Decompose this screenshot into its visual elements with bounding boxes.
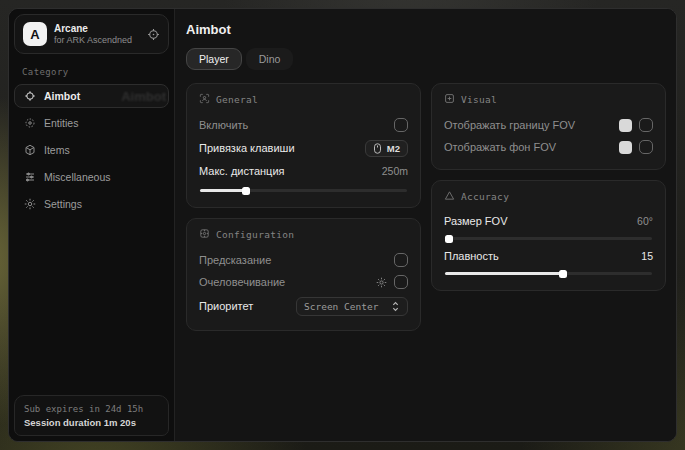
sidebar-item-aimbot[interactable]: Aimbot Aimbot xyxy=(14,84,169,108)
chevrons-up-down-icon xyxy=(391,301,400,312)
general-card-header: General xyxy=(199,93,408,106)
distance-label: Макс. дистанция xyxy=(199,165,285,177)
visual-card-title: Visual xyxy=(461,94,497,105)
configuration-card: Configuration Предсказание Очеловечивани… xyxy=(186,218,421,331)
configuration-card-title: Configuration xyxy=(216,229,294,240)
distance-slider-fill xyxy=(200,189,246,192)
target-icon xyxy=(24,117,36,129)
sidebar-nav: Aimbot Aimbot Entities Items Miscellane xyxy=(14,84,169,216)
visual-card-header: Visual xyxy=(444,93,653,106)
sidebar-item-label: Miscellaneous xyxy=(44,171,111,183)
tab-dino[interactable]: Dino xyxy=(246,48,294,70)
triangle-icon xyxy=(444,190,455,203)
fov-size-row: Размер FOV 60° xyxy=(444,211,653,230)
fov-size-label: Размер FOV xyxy=(444,215,507,227)
priority-dropdown[interactable]: Screen Center xyxy=(296,297,408,316)
humanization-settings-gear-icon[interactable] xyxy=(376,277,387,288)
sidebar-item-entities[interactable]: Entities xyxy=(14,111,169,135)
keybind-row: Привязка клавиши M2 xyxy=(199,136,408,160)
general-card: General Включить Привязка клавиши M2 xyxy=(186,83,421,208)
prediction-label: Предсказание xyxy=(199,254,271,266)
distance-value: 250m xyxy=(382,165,408,177)
accuracy-card-title: Accuracy xyxy=(461,191,509,202)
humanization-checkbox[interactable] xyxy=(394,275,408,289)
tab-player[interactable]: Player xyxy=(186,48,242,70)
sidebar-item-items[interactable]: Items xyxy=(14,138,169,162)
config-box-icon xyxy=(199,228,210,241)
smoothness-row: Плавность 15 xyxy=(444,246,653,265)
sidebar: A Arcane for ARK Ascendned Category Aimb… xyxy=(9,9,175,441)
aimbot-ghost-watermark: Aimbot xyxy=(121,89,166,104)
prediction-checkbox[interactable] xyxy=(394,253,408,267)
fov-border-label: Отображать границу FOV xyxy=(444,119,575,131)
sub-expiry-text: Sub expires in 24d 15h xyxy=(24,403,159,416)
left-column: General Включить Привязка клавиши M2 xyxy=(186,83,421,331)
accuracy-card-header: Accuracy xyxy=(444,190,653,203)
fov-bg-label: Отображать фон FOV xyxy=(444,141,556,153)
fov-size-slider-fill xyxy=(445,237,449,240)
sliders-icon xyxy=(24,171,36,183)
fov-border-row: Отображать границу FOV xyxy=(444,114,653,136)
sidebar-item-label: Items xyxy=(44,144,70,156)
smoothness-value: 15 xyxy=(641,250,653,262)
humanization-row: Очеловечивание xyxy=(199,271,408,293)
keybind-button[interactable]: M2 xyxy=(365,140,408,157)
keybind-label: Привязка клавиши xyxy=(199,142,295,154)
priority-row: Приоритет Screen Center xyxy=(199,293,408,319)
sidebar-spacer xyxy=(14,216,169,395)
fov-bg-checkbox[interactable] xyxy=(639,140,653,154)
brand-card: A Arcane for ARK Ascendned xyxy=(14,14,169,54)
crosshair-badge-icon[interactable] xyxy=(147,28,160,41)
main-content: Aimbot Player Dino General Включить xyxy=(175,9,676,441)
session-duration-text: Session duration 1m 20s xyxy=(24,416,159,429)
subscription-footer: Sub expires in 24d 15h Session duration … xyxy=(14,395,169,436)
fov-border-color-swatch[interactable] xyxy=(619,119,632,132)
brand-text: Arcane for ARK Ascendned xyxy=(54,23,140,46)
priority-selected-value: Screen Center xyxy=(304,301,378,312)
tab-bar: Player Dino xyxy=(186,48,666,70)
priority-label: Приоритет xyxy=(199,300,253,312)
app-window: A Arcane for ARK Ascendned Category Aimb… xyxy=(8,8,677,442)
prediction-row: Предсказание xyxy=(199,249,408,271)
gear-icon xyxy=(24,198,36,210)
distance-slider[interactable] xyxy=(200,189,407,192)
cube-icon xyxy=(24,144,36,156)
distance-row: Макс. дистанция 250m xyxy=(199,160,408,182)
sidebar-item-label: Aimbot xyxy=(44,90,80,102)
smoothness-slider-fill xyxy=(445,272,563,275)
sidebar-item-label: Entities xyxy=(44,117,78,129)
accuracy-card: Accuracy Размер FOV 60° Плавность 15 xyxy=(431,180,666,291)
general-card-title: General xyxy=(216,94,258,105)
right-column: Visual Отображать границу FOV Отображать… xyxy=(431,83,666,291)
fov-bg-row: Отображать фон FOV xyxy=(444,136,653,158)
visual-card: Visual Отображать границу FOV Отображать… xyxy=(431,83,666,170)
sidebar-item-label: Settings xyxy=(44,198,82,210)
enable-label: Включить xyxy=(199,119,248,131)
keybind-value: M2 xyxy=(387,143,400,154)
fov-bg-color-swatch[interactable] xyxy=(619,141,632,154)
crosshair-icon xyxy=(24,90,36,102)
sidebar-item-miscellaneous[interactable]: Miscellaneous xyxy=(14,165,169,189)
image-icon xyxy=(444,93,455,106)
smoothness-slider[interactable] xyxy=(445,272,652,275)
enable-row: Включить xyxy=(199,114,408,136)
sidebar-item-settings[interactable]: Settings xyxy=(14,192,169,216)
scan-person-icon xyxy=(199,93,210,106)
enable-checkbox[interactable] xyxy=(394,118,408,132)
fov-size-slider[interactable] xyxy=(445,237,652,240)
brand-logo: A xyxy=(23,22,47,46)
category-label: Category xyxy=(22,67,163,77)
mouse-icon xyxy=(373,143,382,154)
brand-title: Arcane xyxy=(54,23,140,35)
brand-subtitle: for ARK Ascendned xyxy=(54,35,140,46)
fov-size-value: 60° xyxy=(637,215,653,227)
page-title: Aimbot xyxy=(186,22,666,37)
fov-border-checkbox[interactable] xyxy=(639,118,653,132)
smoothness-label: Плавность xyxy=(444,250,499,262)
humanization-label: Очеловечивание xyxy=(199,276,285,288)
configuration-card-header: Configuration xyxy=(199,228,408,241)
